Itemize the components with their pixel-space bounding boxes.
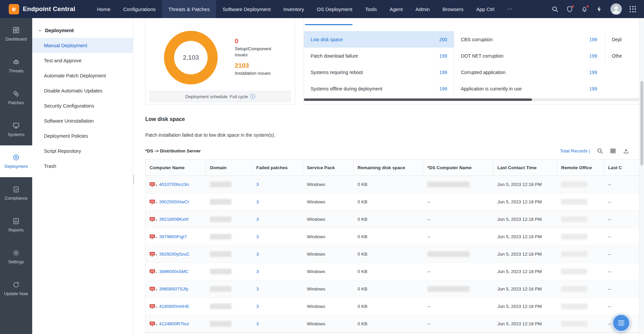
sidebar-item-automate-patch-deployment[interactable]: Automate Patch Deployment: [32, 68, 133, 83]
nav-item-configurations[interactable]: Configurations: [117, 0, 162, 18]
sidebar-item-disable-automatic-updates[interactable]: Disable Automatic Updates: [32, 83, 133, 98]
vertical-scrollbar[interactable]: [639, 18, 644, 334]
rail-item-threats[interactable]: Threats: [0, 50, 32, 82]
nav-item-browsers[interactable]: Browsers: [436, 0, 470, 18]
failed-patches-link[interactable]: 3: [256, 217, 259, 222]
failed-patches-link[interactable]: 3: [256, 199, 259, 204]
nav-item-app-ctrl[interactable]: App Ctrl: [470, 0, 501, 18]
caret-down-icon[interactable]: ▾: [156, 288, 157, 291]
setup-issues-value[interactable]: 0: [235, 38, 292, 45]
caret-down-icon[interactable]: ▾: [156, 219, 157, 222]
horizontal-scrollbar[interactable]: [304, 98, 644, 101]
sidebar-item-trash[interactable]: Trash: [32, 158, 133, 174]
column-header-service-pack[interactable]: Service Pack: [303, 159, 354, 176]
nav-item-admin[interactable]: Admin: [409, 0, 436, 18]
lightning-icon[interactable]: [596, 6, 603, 13]
failed-patches-link[interactable]: 3: [256, 269, 259, 274]
nav-item-home[interactable]: Home: [91, 0, 117, 18]
issue-count[interactable]: 199: [589, 70, 597, 75]
column-header-remote-office[interactable]: Remote Office: [557, 159, 604, 176]
nav-item-threats-patches[interactable]: Threats & Patches: [162, 0, 216, 18]
issue-item-low-disk-space[interactable]: Low disk space 200: [304, 31, 454, 48]
sidebar-item-security-configurations[interactable]: Security Configurations: [32, 98, 133, 113]
issue-count[interactable]: 199: [589, 37, 597, 42]
vertical-scrollbar-thumb[interactable]: [640, 81, 643, 165]
total-records-link[interactable]: Total Records |: [560, 148, 590, 153]
column-header-last[interactable]: Last C: [604, 159, 644, 176]
nav-item-os-deployment[interactable]: OS Deployment: [311, 0, 359, 18]
nav-item-inventory[interactable]: Inventory: [277, 0, 311, 18]
failed-patches-link[interactable]: 3: [256, 252, 259, 257]
failed-patches-link[interactable]: 3: [256, 234, 259, 239]
computer-link[interactable]: 4124600R7huI: [159, 321, 189, 326]
computer-link[interactable]: 3965800TSJfy: [159, 286, 189, 291]
issue-count[interactable]: 199: [439, 70, 447, 75]
nav-item-agent[interactable]: Agent: [383, 0, 409, 18]
failed-patches-link[interactable]: 3: [256, 304, 259, 309]
computer-link[interactable]: 3902500XIwCt: [159, 199, 189, 204]
computer-link[interactable]: 4180800mhHE: [159, 304, 190, 309]
sidebar-item-software-uninstallation[interactable]: Software Uninstallation: [32, 113, 133, 128]
issue-item-systems-requiring-reboot[interactable]: Systems requiring reboot 199: [304, 64, 454, 80]
issue-count[interactable]: 199: [439, 53, 447, 59]
issue-item-patch-download-failure[interactable]: Patch download failure 199: [304, 48, 454, 64]
caret-down-icon[interactable]: ▾: [156, 201, 157, 204]
search-icon[interactable]: [551, 6, 558, 13]
brand[interactable]: e Endpoint Central: [0, 4, 85, 14]
column-header-ds-computer-name[interactable]: *DS Computer Name: [423, 159, 493, 176]
sidebar-group-header[interactable]: Deployment: [32, 18, 133, 38]
issue-item-clipped-1[interactable]: Depl: [605, 31, 644, 48]
computer-link[interactable]: 39218008Kxhf: [159, 217, 189, 222]
sidebar-item-script-repository[interactable]: Script Repository: [32, 143, 133, 158]
rail-item-deployment[interactable]: Deployment: [0, 145, 32, 177]
caret-down-icon[interactable]: ▾: [156, 254, 157, 257]
issue-item-cbs-corruption[interactable]: CBS corruption 199: [454, 31, 604, 48]
horizontal-scrollbar-thumb[interactable]: [304, 98, 532, 101]
sidebar-item-manual-deployment[interactable]: Manual Deployment: [32, 38, 133, 53]
failed-patches-link[interactable]: 3: [256, 286, 259, 291]
info-icon[interactable]: ⓘ: [250, 94, 255, 99]
user-avatar[interactable]: [610, 3, 622, 15]
rail-item-reports[interactable]: Reports: [0, 209, 32, 241]
computer-link[interactable]: 4010700hcz3n: [159, 182, 189, 187]
bell-icon[interactable]: [581, 6, 588, 13]
issue-item-dot-net-corruption[interactable]: DOT NET corruption 199: [454, 48, 604, 64]
sidebar-item-test-and-approve[interactable]: Test and Approve: [32, 53, 133, 68]
computer-link[interactable]: 3979600FigI7: [159, 234, 187, 239]
rail-item-compliance[interactable]: Compliance: [0, 177, 32, 209]
issue-count[interactable]: 199: [589, 86, 597, 91]
rail-item-systems[interactable]: Systems: [0, 114, 32, 145]
caret-down-icon[interactable]: ▾: [156, 306, 157, 309]
apps-grid-icon[interactable]: [630, 6, 636, 12]
sidebar-item-deployment-policies[interactable]: Deployment Policies: [32, 128, 133, 143]
column-header-failed-patches[interactable]: Failed patches: [252, 159, 303, 176]
nav-item-tools[interactable]: Tools: [359, 0, 383, 18]
caret-down-icon[interactable]: ▾: [156, 271, 157, 274]
column-header-remaining-disk-space[interactable]: Remaining disk space: [354, 159, 423, 176]
issues-donut-chart[interactable]: 2,103: [164, 31, 218, 84]
sidebar-resize-handle[interactable]: [131, 172, 136, 187]
issue-item-clipped-2[interactable]: Othe: [605, 48, 644, 64]
column-header-last-contact-time[interactable]: Last Contact Time: [493, 159, 557, 176]
table-search-icon[interactable]: [597, 148, 603, 154]
column-header-domain[interactable]: Domain: [206, 159, 252, 176]
rail-item-settings[interactable]: Settings: [0, 241, 32, 273]
caret-down-icon[interactable]: ▾: [156, 323, 157, 326]
issue-count[interactable]: 199: [589, 53, 597, 59]
nav-item-more[interactable]: ⋯: [501, 0, 519, 18]
computer-link[interactable]: 3896000x5MC: [159, 269, 189, 274]
failed-patches-link[interactable]: 3: [256, 182, 259, 187]
rail-item-update-now[interactable]: Update Now: [0, 273, 32, 305]
floating-menu-button[interactable]: [612, 314, 631, 332]
rail-item-patches[interactable]: Patches: [0, 82, 32, 114]
issue-item-corrupted-application[interactable]: Corrupted application 199: [454, 64, 604, 80]
computer-link[interactable]: 3929200y5zuC: [159, 252, 190, 257]
issue-item-application-in-use[interactable]: Application is currently in use 199: [454, 80, 604, 97]
caret-down-icon[interactable]: ▾: [156, 184, 157, 187]
issue-count[interactable]: 200: [439, 37, 447, 42]
export-download-icon[interactable]: [623, 148, 629, 154]
security-badge-icon[interactable]: [566, 6, 573, 13]
nav-item-software-deployment[interactable]: Software Deployment: [216, 0, 277, 18]
column-header-computer-name[interactable]: Computer Name: [146, 159, 206, 176]
issue-item-systems-offline-during-deployment[interactable]: Systems offline during deployment 199: [304, 80, 454, 97]
